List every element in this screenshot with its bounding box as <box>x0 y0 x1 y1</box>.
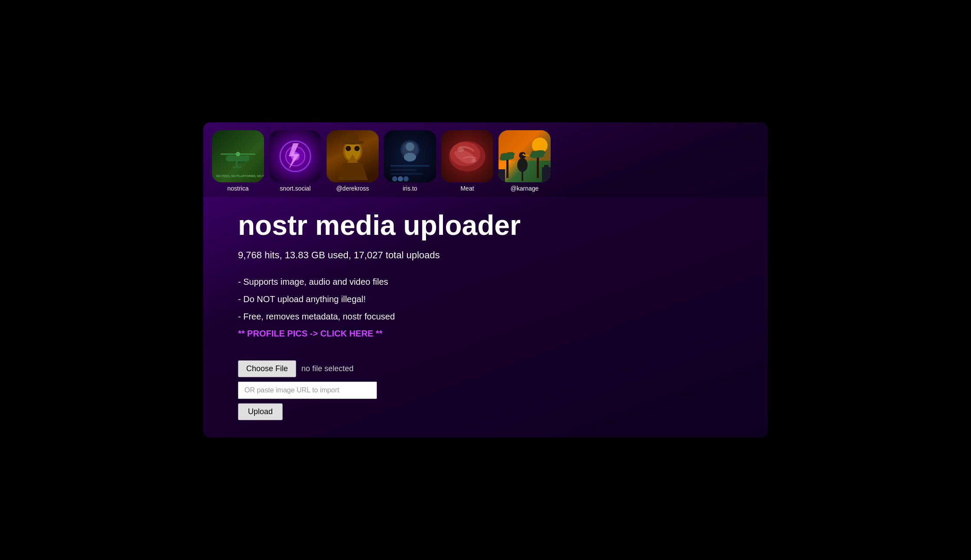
svg-rect-54 <box>522 171 523 181</box>
app-card-derek[interactable]: @derekross <box>327 130 379 192</box>
app-icon-nostrica: NO FEES, NO PLATFORMS, NO PROBLEM <box>212 130 264 182</box>
svg-point-41 <box>471 159 476 162</box>
app-card-nostrica[interactable]: NO FEES, NO PLATFORMS, NO PROBLEM nostri… <box>212 130 264 192</box>
app-icon-iris <box>384 130 436 182</box>
svg-point-40 <box>457 148 464 152</box>
app-card-snort[interactable]: snort.social <box>269 130 321 192</box>
app-icon-karnage <box>499 130 551 182</box>
svg-text:NO FEES, NO PLATFORMS, NO PROB: NO FEES, NO PLATFORMS, NO PROBLEM <box>216 175 264 178</box>
main-window: NO FEES, NO PLATFORMS, NO PROBLEM nostri… <box>203 122 768 437</box>
svg-rect-32 <box>390 173 423 175</box>
svg-rect-3 <box>226 155 250 161</box>
svg-point-5 <box>236 152 240 156</box>
info-line-3: - Free, removes metadata, nostr focused <box>238 308 733 325</box>
svg-rect-58 <box>499 169 505 182</box>
svg-point-21 <box>356 147 358 150</box>
svg-rect-59 <box>542 167 551 182</box>
svg-point-34 <box>398 176 403 181</box>
app-label-snort: snort.social <box>280 185 311 192</box>
profile-pics-link[interactable]: ** PROFILE PICS -> CLICK HERE ** <box>238 329 383 339</box>
svg-rect-55 <box>521 157 524 166</box>
page-title: nostr media uploader <box>238 210 733 240</box>
svg-rect-31 <box>390 169 416 171</box>
svg-point-57 <box>522 154 524 155</box>
info-list: - Supports image, audio and video files … <box>238 273 733 325</box>
app-icon-meat <box>441 130 493 182</box>
svg-point-35 <box>403 176 409 181</box>
app-label-karnage: @karnage <box>511 185 539 192</box>
app-card-karnage[interactable]: @karnage <box>499 130 551 192</box>
app-icon-derek <box>327 130 379 182</box>
app-card-meat[interactable]: Meat <box>441 130 493 192</box>
upload-section: Choose File no file selected Upload <box>238 360 733 420</box>
main-content: nostr media uploader 9,768 hits, 13.83 G… <box>203 197 768 437</box>
url-import-input[interactable] <box>238 382 377 399</box>
svg-rect-60 <box>544 165 548 169</box>
app-label-meat: Meat <box>460 185 474 192</box>
svg-rect-30 <box>390 165 429 167</box>
app-label-nostrica: nostrica <box>227 185 248 192</box>
app-label-derek: @derekross <box>336 185 369 192</box>
app-label-iris: iris.to <box>403 185 417 192</box>
svg-point-29 <box>404 153 416 161</box>
choose-file-button[interactable]: Choose File <box>238 360 296 377</box>
svg-rect-56 <box>524 155 529 156</box>
svg-point-28 <box>406 142 414 151</box>
stats-text: 9,768 hits, 13.83 GB used, 17,027 total … <box>238 250 733 261</box>
app-icon-snort <box>269 130 321 182</box>
file-status-text: no file selected <box>301 364 353 373</box>
file-input-row: Choose File no file selected <box>238 360 733 377</box>
app-topbar: NO FEES, NO PLATFORMS, NO PROBLEM nostri… <box>203 122 768 197</box>
info-line-1: - Supports image, audio and video files <box>238 273 733 290</box>
info-line-2: - Do NOT upload anything illegal! <box>238 290 733 308</box>
svg-rect-23 <box>347 135 359 143</box>
svg-point-33 <box>392 176 397 181</box>
upload-button[interactable]: Upload <box>238 403 283 420</box>
svg-point-20 <box>347 147 350 150</box>
app-card-iris[interactable]: iris.to <box>384 130 436 192</box>
